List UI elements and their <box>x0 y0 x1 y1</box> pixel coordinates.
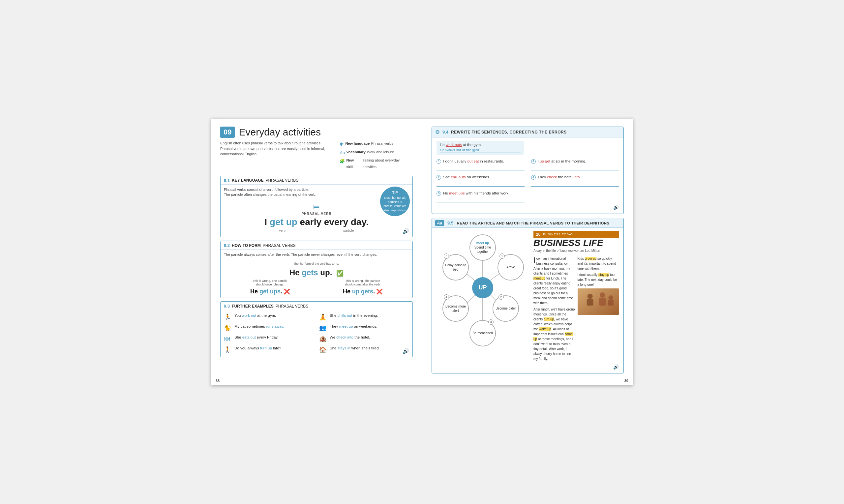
section-92: 9.2 HOW TO FORM PHRASAL VERBS The partic… <box>220 241 413 298</box>
particle-label: particle <box>343 229 354 232</box>
gets-highlight: gets <box>302 268 318 277</box>
intro-description: English often uses phrasal verbs to talk… <box>220 140 330 171</box>
example-sentence: He work outs at the gym. <box>440 143 521 147</box>
audio-button-93[interactable]: 🔊 <box>402 348 409 354</box>
gym-icon: 🏃 <box>224 313 232 322</box>
audio-button-91[interactable]: 🔊 <box>402 228 409 234</box>
article-page-num: 26 <box>536 232 540 237</box>
arrive-icon: 🚶 <box>224 345 232 354</box>
ex-1-highlight: work out <box>242 313 256 318</box>
ex-8-highlight: stays in <box>338 346 351 350</box>
ex-7-highlight: turn up <box>260 346 272 350</box>
rewrite-sentence-1: 1 I don't usually out eat in restaurants… <box>436 159 524 164</box>
ex-2-highlight: chills out <box>338 313 353 318</box>
article-col-1: Iown an international business consultan… <box>534 256 575 363</box>
vocabulary-item: Aa Vocabulary Work and leisure <box>340 149 413 157</box>
example-6: 🏨 We check into the hotel. <box>319 335 409 343</box>
blank-line-1 <box>436 165 524 170</box>
example-1: 🏃 You work out at the gym. <box>224 313 314 322</box>
diagram-num-4: 4 <box>444 294 449 300</box>
pv-up: up <box>286 217 298 227</box>
err-meet-ups: meet ups <box>449 191 465 195</box>
correct-checkmark: ✅ <box>336 270 343 276</box>
item-num-2: 2 <box>436 175 441 180</box>
err-into: into <box>574 175 580 179</box>
section-94: ⚙ 9.4 REWRITE THE SENTENCES, CORRECTING … <box>432 127 624 214</box>
section-93-body: 🏃 You work out at the gym. 🧘 She chills … <box>220 310 412 357</box>
rewrite-item-2: 2 She chill outs on weekends. <box>436 174 524 187</box>
section-95-header: Aa 9.5 READ THE ARTICLE AND MATCH THE PH… <box>432 218 624 228</box>
ex-4-highlight: meet up <box>339 324 353 328</box>
diagram-num-2: 2 <box>499 294 504 300</box>
node-4-text: Become more alert <box>443 304 468 313</box>
phrasal-verb-demo: 🛏 PHRASAL VERB I get up early every day.… <box>224 200 409 234</box>
item-num-3: 3 <box>531 159 536 164</box>
pv-label: PHRASAL VERB <box>224 212 409 216</box>
section-92-body: The particle always comes after the verb… <box>220 250 412 298</box>
diagram-area: UP meet up Spend time together Arrive 1 <box>436 231 529 370</box>
article-area: 26 BUSINESS TODAY BUSINESS LIFE A day in… <box>534 231 619 370</box>
pv-arrows: verb particle <box>224 229 409 232</box>
pv-get: get <box>270 217 284 227</box>
section-91-title-bold: KEY LANGUAGE <box>232 178 264 183</box>
chapter-title: Everyday activities <box>239 127 321 138</box>
ex-4-text: They meet up on weekends. <box>330 324 377 329</box>
section-95: Aa 9.5 READ THE ARTICLE AND MATCH THE PH… <box>432 218 624 374</box>
new-language-value: Phrasal verbs <box>371 140 393 147</box>
node-top-text: meet up Spend time together <box>470 241 495 254</box>
vocabulary-icon: Aa <box>340 149 345 157</box>
section-94-title: REWRITE THE SENTENCES, CORRECTING THE ER… <box>451 130 567 134</box>
section-91: 9.1 KEY LANGUAGE PHRASAL VERBS Phrasal v… <box>220 176 413 238</box>
err-check-into: check <box>547 175 557 179</box>
err-out-eat: out eat <box>467 159 479 163</box>
node-top-meetup: meet up <box>477 241 489 245</box>
new-language-label: New language <box>345 140 370 147</box>
node-2-text: Become older <box>496 306 516 310</box>
blank-line-2 <box>436 181 524 186</box>
growup-highlight: grow up <box>585 257 597 260</box>
rewrite-item-5: 5 He meet ups with his friends after wor… <box>436 191 524 203</box>
article-col-1-p1: Iown an international business consultan… <box>534 256 575 306</box>
ex-3-highlight: runs away. <box>266 324 284 328</box>
wrong-example-1: This is wrong. The particle should never… <box>250 279 290 295</box>
ex-6-highlight: check into <box>336 335 354 339</box>
rewrite-sentence-5: 5 He meet ups with his friends after wor… <box>436 191 524 196</box>
intro-row: English often uses phrasal verbs to talk… <box>220 140 413 171</box>
section-94-num: 9.4 <box>443 129 448 134</box>
section-95-num: 9.5 <box>447 220 453 226</box>
audio-button-94[interactable]: 🔊 <box>613 205 619 210</box>
diagram-num-5: 5 <box>444 253 449 259</box>
article-image <box>578 288 619 315</box>
rewrite-sentence-2: 2 She chill outs on weekends. <box>436 174 524 180</box>
ex-1-text: You work out at the gym. <box>234 313 276 319</box>
ex-8-text: She stays in when she's tired. <box>330 345 380 351</box>
article-title: BUSINESS LIFE <box>534 238 619 248</box>
audio-95-container: 🔊 <box>534 364 619 370</box>
left-page: 09 Everyday activities English often use… <box>211 119 422 385</box>
eat-icon: 🍽 <box>224 335 232 343</box>
center-label: UP <box>478 284 487 291</box>
diagram-center: UP <box>472 277 493 298</box>
correct-note: The 'he' form of the verb has an 's.' <box>224 260 409 266</box>
section-93-title-normal: PHRASAL VERBS <box>276 304 309 308</box>
rewrite-item-3: 3 I up get at six in the morning. <box>531 159 619 171</box>
diagram-num-3: 3 <box>488 319 493 325</box>
rewrite-item-1: 1 I don't usually out eat in restaurants… <box>436 159 524 171</box>
examples-grid: 🏃 You work out at the gym. 🧘 She chills … <box>224 313 409 354</box>
example-3: 🐈 My cat sometimes runs away. <box>224 324 314 332</box>
tip-title: TIP <box>392 190 398 195</box>
pv-pre: I <box>265 217 270 227</box>
new-language-icon: 🗣 <box>340 140 344 148</box>
article-col-2: Kids grow up so quickly, and it's import… <box>578 256 619 363</box>
err-2: up gets <box>352 288 373 295</box>
section-91-header: 9.1 KEY LANGUAGE PHRASAL VERBS <box>220 176 412 185</box>
page-number-left: 38 <box>216 379 219 383</box>
section-92-desc: The particle always comes after the verb… <box>224 252 409 257</box>
audio-button-95[interactable]: 🔊 <box>613 364 619 370</box>
wrong-note-2: This is wrong. The particle should come … <box>343 279 382 287</box>
rewrite-item-4: 4 They check the hotel into. <box>531 174 619 187</box>
ex-7-text: Do you always turn up late? <box>234 345 281 351</box>
right-page: ⚙ 9.4 REWRITE THE SENTENCES, CORRECTING … <box>422 119 633 385</box>
example-8: 🏠 She stays in when she's tired. <box>319 345 409 354</box>
section-93: 9.3 FURTHER EXAMPLES PHRASAL VERBS 🏃 You… <box>220 301 413 357</box>
